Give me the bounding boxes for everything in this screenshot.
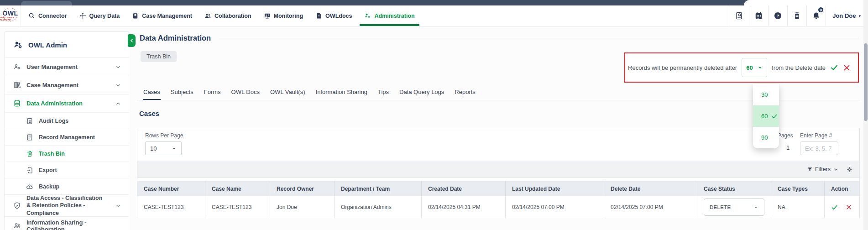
table-row: CASE-TEST123 CASE-TEST123 Jon Doe Organi… xyxy=(137,196,859,218)
sidebar-item-backup[interactable]: Backup xyxy=(5,178,129,194)
sidebar-item-export[interactable]: Export xyxy=(5,162,129,178)
nav-item-monitoring[interactable]: Monitoring xyxy=(264,5,303,26)
nav-item-label: OWLdocs xyxy=(325,13,352,19)
help-button[interactable]: ? xyxy=(768,5,787,26)
retention-days-dropdown: 30 60 90 xyxy=(753,84,779,148)
tab-tips[interactable]: Tips xyxy=(377,88,389,100)
chevron-down-icon xyxy=(115,203,121,209)
cell-case-types: NA xyxy=(771,196,824,218)
gear-icon[interactable] xyxy=(846,166,853,173)
row-confirm-check-icon[interactable] xyxy=(831,204,838,211)
tab-information-sharing[interactable]: Information Sharing xyxy=(315,88,368,100)
enter-page-input[interactable] xyxy=(800,141,838,155)
column-header[interactable]: Case Number xyxy=(137,181,205,196)
bug-jar-button[interactable] xyxy=(787,5,806,26)
notifications-button[interactable]: 9 xyxy=(806,5,826,26)
enter-page: Enter Page # xyxy=(800,132,838,155)
help-icon: ? xyxy=(774,11,782,20)
nav-item-owldocs[interactable]: OWLdocs xyxy=(315,5,352,26)
row-cancel-x-icon[interactable] xyxy=(846,204,852,210)
nav-item-collaboration[interactable]: Collaboration xyxy=(204,5,251,26)
nav-item-connector[interactable]: Connector xyxy=(28,5,67,26)
tab-reports[interactable]: Reports xyxy=(454,88,476,100)
rows-per-page-select[interactable]: 10 xyxy=(145,141,182,155)
sidebar-item-trash-bin[interactable]: Trash Bin xyxy=(5,145,129,162)
top-navigation: OWL INTELLIGENCE PLATFORM Connector Quer… xyxy=(0,5,868,26)
sidebar-item-data-access-policies[interactable]: Data Access - Classification & Retention… xyxy=(5,194,129,216)
shield-check-icon xyxy=(13,202,21,209)
users-gear-icon xyxy=(13,63,21,71)
chevron-down-icon xyxy=(115,64,121,70)
page-body: OWL Admin User Management Case Managemen… xyxy=(0,26,868,230)
cancel-x-icon[interactable] xyxy=(843,64,851,72)
cell-case-status: DELETE xyxy=(697,196,771,218)
sidebar-item-audit-logs[interactable]: Audit Logs xyxy=(5,112,129,129)
clipboard-list-icon xyxy=(26,117,33,125)
sidebar-item-label: Data Access - Classification & Retention… xyxy=(26,194,107,217)
dropdown-option-90[interactable]: 90 xyxy=(753,127,779,148)
filters-button[interactable]: Filters xyxy=(807,166,839,172)
sidebar-item-data-administration[interactable]: Data Administration xyxy=(5,94,129,112)
confirm-check-icon[interactable] xyxy=(830,63,838,72)
scan-report-icon xyxy=(735,11,744,20)
sidebar-item-label: Audit Logs xyxy=(39,118,68,124)
column-header[interactable]: Department / Team xyxy=(334,181,421,196)
record-document-icon xyxy=(26,134,33,141)
trash-icon xyxy=(26,150,33,157)
sidebar-item-record-management[interactable]: Record Management xyxy=(5,129,129,145)
cell-last-updated-date: 02/14/2025 07:00 PM xyxy=(505,196,604,218)
sidebar-item-label: Information Sharing - Collaboration, xyxy=(26,219,121,230)
sidebar-item-label: Trash Bin xyxy=(39,151,65,157)
trash-bin-chip[interactable]: Trash Bin xyxy=(141,51,177,62)
main-content: Data Administration Trash Bin Records wi… xyxy=(137,26,860,230)
user-menu[interactable]: Jon Doe ▾ xyxy=(826,5,868,26)
sidebar-collapse-button[interactable] xyxy=(128,34,136,47)
nav-item-label: Query Data xyxy=(89,13,120,19)
column-header[interactable]: Created Date xyxy=(421,181,505,196)
sidebar-item-case-management[interactable]: Case Management xyxy=(5,76,129,94)
chevron-down-icon xyxy=(115,82,121,89)
tab-subjects[interactable]: Subjects xyxy=(170,88,194,100)
people-icon xyxy=(204,12,211,19)
column-header[interactable]: Record Owner xyxy=(270,181,334,196)
column-header[interactable]: Case Name xyxy=(205,181,270,196)
cell-created-date: 02/14/2025 04:31 PM xyxy=(421,196,505,218)
sidebar-item-label: Case Management xyxy=(26,82,78,89)
sidebar-item-user-management[interactable]: User Management xyxy=(5,58,129,76)
calendar-button[interactable] xyxy=(749,5,768,26)
tab-owl-docs[interactable]: OWL Docs xyxy=(231,88,260,100)
column-header[interactable]: Action xyxy=(824,181,859,196)
owl-logo[interactable]: OWL INTELLIGENCE PLATFORM xyxy=(0,5,21,26)
title-row: Data Administration xyxy=(140,34,859,42)
cell-record-owner: Jon Doe xyxy=(270,196,334,218)
nav-item-administration[interactable]: Administration xyxy=(364,5,414,26)
sidebar-item-label: Backup xyxy=(39,183,59,190)
dropdown-option-30[interactable]: 30 xyxy=(753,84,779,105)
tab-forms[interactable]: Forms xyxy=(204,88,221,100)
sidebar-item-label: Data Administration xyxy=(26,100,83,107)
tab-data-query-logs[interactable]: Data Query Logs xyxy=(399,88,444,100)
column-header[interactable]: Delete Date xyxy=(604,181,697,196)
dropdown-option-label: 60 xyxy=(761,113,768,120)
tab-owl-vaults[interactable]: OWL Vault(s) xyxy=(270,88,306,100)
chevron-up-icon xyxy=(115,100,121,107)
nav-item-query-data[interactable]: Query Data xyxy=(79,5,120,26)
content-tabs: Cases Subjects Forms OWL Docs OWL Vault(… xyxy=(137,88,860,100)
cloud-upload-icon xyxy=(26,183,33,190)
selected-check-icon xyxy=(771,113,778,120)
column-header[interactable]: Last Updated Date xyxy=(505,181,604,196)
funnel-icon xyxy=(807,167,813,172)
nav-items: Connector Query Data Case Management Col… xyxy=(21,5,415,26)
tab-cases[interactable]: Cases xyxy=(143,88,161,100)
case-status-select[interactable]: DELETE xyxy=(704,199,764,216)
scrollbar-thumb[interactable] xyxy=(864,43,868,121)
retention-days-select[interactable]: 60 xyxy=(742,58,767,77)
column-header[interactable]: Case Status xyxy=(697,181,771,196)
dropdown-option-60[interactable]: 60 xyxy=(753,105,779,127)
column-header[interactable]: Case Types xyxy=(771,181,824,196)
sidebar-item-information-sharing[interactable]: Information Sharing - Collaboration, xyxy=(5,216,129,230)
scan-report-button[interactable] xyxy=(730,5,749,26)
vertical-scrollbar[interactable] xyxy=(863,0,868,230)
nav-item-case-management[interactable]: Case Management xyxy=(132,5,192,26)
banner-text-before: Records will be permanently deleted afte… xyxy=(628,64,737,71)
